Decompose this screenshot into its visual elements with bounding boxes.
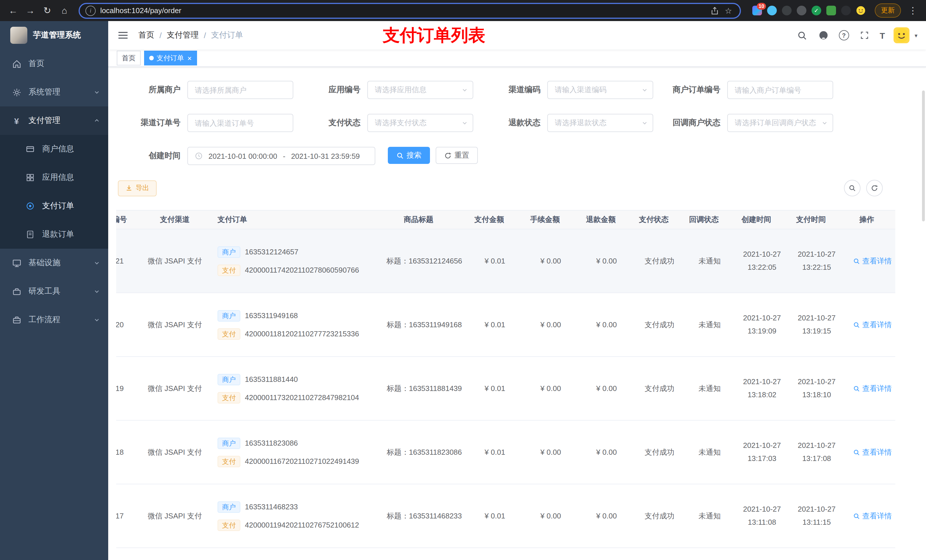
extension-badge: 10 xyxy=(757,3,766,10)
callback-status-select[interactable]: 请选择订单回调商户状态 xyxy=(727,114,833,132)
sidebar-item-dev-tools[interactable]: 研发工具 xyxy=(0,277,108,306)
cell-fee: ¥ 0.00 xyxy=(523,512,579,520)
home-icon xyxy=(11,59,22,69)
browser-menu-icon[interactable]: ⋮ xyxy=(905,3,920,18)
extension-icon[interactable] xyxy=(826,6,836,15)
chevron-down-icon xyxy=(94,316,100,323)
cell-create-time: 2021-10-27 13:17:03 xyxy=(743,441,781,462)
view-detail-link[interactable]: 查看详情 xyxy=(853,320,892,330)
table-row: 19 微信 JSAPI 支付 商户1635311881440 支付4200001… xyxy=(116,357,895,421)
merchant-order-input[interactable] xyxy=(727,81,833,99)
tab-home[interactable]: 首页 xyxy=(117,51,141,65)
forward-icon[interactable]: → xyxy=(23,3,38,18)
chevron-down-icon xyxy=(94,260,100,266)
sidebar-item-merchant-info[interactable]: 商户信息 xyxy=(0,135,108,163)
breadcrumb-home[interactable]: 首页 xyxy=(138,30,154,41)
search-button[interactable]: 搜索 xyxy=(388,147,430,164)
tags-view-bar: 首页 支付订单 × xyxy=(108,50,926,67)
merchant-input[interactable] xyxy=(188,81,293,99)
cell-pay-order: 商户1635311468233 支付4200001194202110276752… xyxy=(212,501,381,531)
sidebar-item-infra[interactable]: 基础设施 xyxy=(0,249,108,277)
reload-icon[interactable]: ↻ xyxy=(40,3,54,18)
channel-order-input[interactable] xyxy=(188,114,293,132)
view-detail-link[interactable]: 查看详情 xyxy=(853,383,892,394)
refresh-button[interactable] xyxy=(866,180,883,196)
app-select[interactable]: 请选择应用信息 xyxy=(367,81,473,99)
sidebar-item-home[interactable]: 首页 xyxy=(0,50,108,78)
help-icon[interactable]: ? xyxy=(839,30,849,41)
extension-icon[interactable] xyxy=(767,6,777,15)
pay-status-select[interactable]: 请选择支付状态 xyxy=(367,114,473,132)
cell-fee: ¥ 0.00 xyxy=(523,448,579,456)
extension-icon[interactable] xyxy=(782,6,791,15)
cell-title: 标题：1635312124656 xyxy=(381,256,467,266)
sidebar-toggle-icon[interactable] xyxy=(117,29,129,42)
sidebar-item-app-info[interactable]: 应用信息 xyxy=(0,163,108,192)
bookmark-star-icon[interactable]: ☆ xyxy=(722,4,735,17)
table-toolbar: 导出 xyxy=(108,180,926,196)
sidebar-item-refund-order[interactable]: 退款订单 xyxy=(0,220,108,249)
sidebar-item-system[interactable]: 系统管理 xyxy=(0,78,108,106)
github-icon[interactable] xyxy=(818,30,829,41)
chevron-down-icon[interactable]: ▾ xyxy=(915,32,917,38)
breadcrumb-payment[interactable]: 支付管理 xyxy=(167,30,199,41)
fullscreen-icon[interactable] xyxy=(859,30,870,41)
refund-status-select[interactable]: 请选择退款状态 xyxy=(547,114,653,132)
site-info-icon[interactable]: i xyxy=(85,5,96,16)
cell-amount: ¥ 0.01 xyxy=(467,257,523,265)
profile-avatar[interactable] xyxy=(856,6,865,15)
back-icon[interactable]: ← xyxy=(6,3,21,18)
reset-button[interactable]: 重置 xyxy=(436,147,478,164)
search-icon xyxy=(396,152,404,159)
sidebar-item-payment[interactable]: ¥ 支付管理 xyxy=(0,106,108,135)
channel-code-select[interactable]: 请输入渠道编码 xyxy=(547,81,653,99)
font-size-icon[interactable]: T xyxy=(880,30,884,40)
date-separator: - xyxy=(283,152,285,160)
sidebar-item-pay-order[interactable]: 支付订单 xyxy=(0,192,108,220)
sidebar-item-workflow[interactable]: 工作流程 xyxy=(0,306,108,334)
extension-icon[interactable] xyxy=(841,6,851,15)
cell-pay-order: 商户1635311881440 支付4200001173202110272847… xyxy=(212,374,381,403)
user-avatar[interactable] xyxy=(894,27,909,43)
export-button[interactable]: 导出 xyxy=(118,180,157,196)
cell-channel: 微信 JSAPI 支付 xyxy=(138,383,212,394)
url-text[interactable]: localhost:1024/pay/order xyxy=(100,6,708,15)
share-icon[interactable] xyxy=(708,4,722,17)
cell-create-time: 2021-10-27 13:19:09 xyxy=(743,314,781,335)
cell-status: 支付成功 xyxy=(634,256,684,266)
document-icon xyxy=(25,229,35,240)
browser-home-icon[interactable]: ⌂ xyxy=(57,3,72,18)
tab-pay-order[interactable]: 支付订单 × xyxy=(144,51,197,65)
view-detail-link[interactable]: 查看详情 xyxy=(853,511,892,521)
cell-notify: 未通知 xyxy=(684,320,735,330)
scrollbar[interactable] xyxy=(922,91,925,221)
extension-icon[interactable]: 10 xyxy=(752,6,762,15)
address-bar[interactable]: i localhost:1024/pay/order ☆ xyxy=(79,3,741,18)
cell-amount: ¥ 0.01 xyxy=(467,384,523,393)
app-label: 应用编号 xyxy=(298,85,367,95)
extension-icon[interactable] xyxy=(797,6,806,15)
close-icon[interactable]: × xyxy=(188,54,192,62)
browser-update-button[interactable]: 更新 xyxy=(875,3,901,18)
view-detail-link[interactable]: 查看详情 xyxy=(853,447,892,457)
briefcase-icon xyxy=(11,315,22,325)
orders-table: 编号 支付渠道 支付订单 商品标题 支付金额 手续金额 退款金额 支付状态 回调… xyxy=(116,210,926,560)
view-detail-link[interactable]: 查看详情 xyxy=(853,256,892,266)
date-range-picker[interactable]: 2021-10-01 00:00:00 - 2021-10-31 23:59:5… xyxy=(188,147,375,165)
search-icon[interactable] xyxy=(797,30,808,41)
toggle-search-button[interactable] xyxy=(844,180,861,196)
cell-pay-order: 商户1635312124657 支付4200001174202110278060… xyxy=(212,246,381,276)
chevron-down-icon xyxy=(641,86,648,93)
pay-tag: 支付 xyxy=(218,392,240,403)
app-title: 芋道管理系统 xyxy=(33,30,81,41)
merchant-order-no: 1635311468233 xyxy=(245,503,298,511)
cell-pay-order: 商户1635311949168 支付4200001181202110277723… xyxy=(212,310,381,340)
col-notify: 回调状态 xyxy=(679,214,729,225)
extension-icon[interactable]: ✓ xyxy=(811,6,821,15)
breadcrumb-separator: / xyxy=(159,31,162,40)
record-circle-icon xyxy=(25,201,35,211)
cell-pay-time: 2021-10-27 13:19:15 xyxy=(798,314,836,335)
cell-id: 19 xyxy=(116,384,138,393)
app-header: 首页 / 支付管理 / 支付订单 ? T xyxy=(108,21,926,50)
page: ← → ↻ ⌂ i localhost:1024/pay/order ☆ 10 … xyxy=(0,0,926,560)
